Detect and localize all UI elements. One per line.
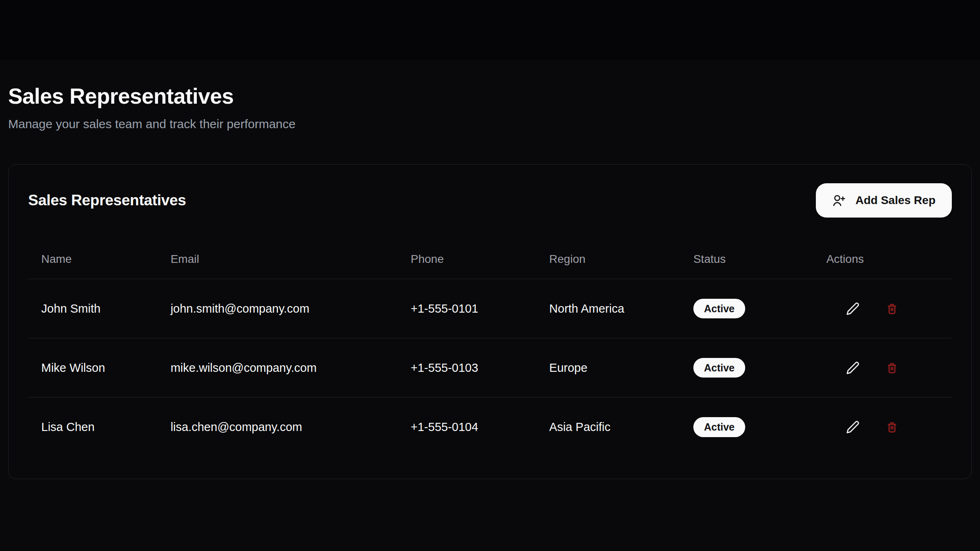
card-title: Sales Representatives [28,192,186,209]
cell-email: lisa.chen@company.com [158,398,398,457]
column-header-name: Name [28,240,158,279]
cell-region: Asia Pacific [536,398,680,457]
column-header-phone: Phone [398,240,536,279]
card-header: Sales Representatives Add Sales Rep [28,183,952,218]
status-badge: Active [693,358,745,378]
cell-actions [813,279,952,338]
table-row: John Smith john.smith@company.com +1-555… [28,279,952,338]
cell-phone: +1-555-0101 [398,279,536,338]
user-plus-icon [832,194,846,207]
cell-status: Active [680,338,813,398]
status-badge: Active [693,299,745,319]
cell-status: Active [680,279,813,338]
add-sales-rep-button[interactable]: Add Sales Rep [816,183,952,218]
delete-button[interactable] [886,421,898,433]
column-header-status: Status [680,240,813,279]
edit-button[interactable] [846,361,860,375]
cell-email: john.smith@company.com [158,279,398,338]
pencil-icon [846,361,860,375]
status-badge: Active [693,417,745,437]
delete-button[interactable] [886,362,898,374]
cell-region: North America [536,279,680,338]
trash-icon [886,421,898,433]
cell-name: John Smith [28,279,158,338]
column-header-email: Email [158,240,398,279]
table-row: Mike Wilson mike.wilson@company.com +1-5… [28,338,952,398]
page-content: Sales Representatives Manage your sales … [0,83,980,479]
cell-actions [813,398,952,457]
top-header-bar [0,0,980,61]
table-header-row: Name Email Phone Region Status Actions [28,240,952,279]
sales-reps-table: Name Email Phone Region Status Actions J… [28,240,952,457]
column-header-region: Region [536,240,680,279]
cell-name: Mike Wilson [28,338,158,398]
page-title: Sales Representatives [8,83,972,109]
cell-region: Europe [536,338,680,398]
pencil-icon [846,302,860,315]
edit-button[interactable] [846,302,860,315]
cell-name: Lisa Chen [28,398,158,457]
column-header-actions: Actions [813,240,952,279]
table-row: Lisa Chen lisa.chen@company.com +1-555-0… [28,398,952,457]
delete-button[interactable] [886,302,898,315]
trash-icon [886,362,898,374]
page-subtitle: Manage your sales team and track their p… [8,116,972,133]
cell-phone: +1-555-0103 [398,338,536,398]
cell-actions [813,338,952,398]
pencil-icon [846,420,860,434]
add-sales-rep-label: Add Sales Rep [855,194,935,207]
trash-icon [886,302,898,315]
sales-reps-card: Sales Representatives Add Sales Rep [8,164,972,479]
edit-button[interactable] [846,420,860,434]
cell-status: Active [680,398,813,457]
cell-email: mike.wilson@company.com [158,338,398,398]
cell-phone: +1-555-0104 [398,398,536,457]
